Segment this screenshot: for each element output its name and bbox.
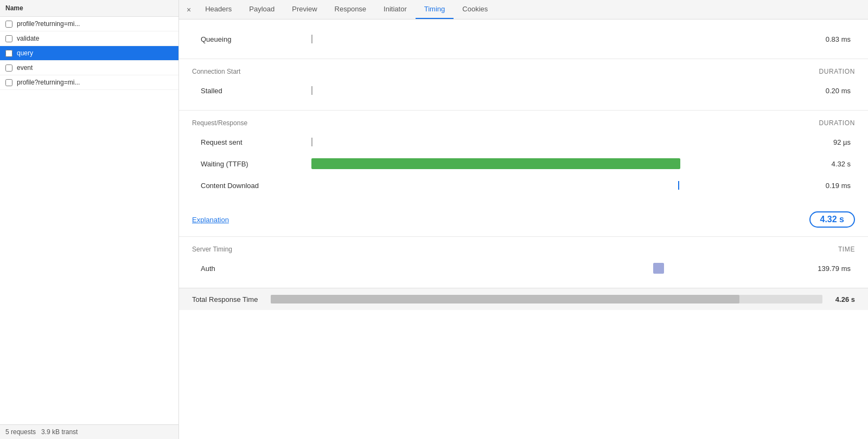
item-3-name: query (17, 49, 33, 57)
item-3-checkbox[interactable] (5, 50, 12, 57)
request-sent-bar (311, 134, 790, 150)
network-item-3[interactable]: query (0, 46, 178, 61)
server-timing-section: Server Timing TIME Auth 139.79 ms (179, 236, 868, 288)
queueing-section: Queueing 0.83 ms (179, 20, 868, 59)
panel-header: Name (0, 0, 178, 17)
stalled-tick (311, 86, 312, 95)
request-sent-tick (311, 138, 312, 146)
item-5-name: profile?returning=mi... (17, 79, 80, 86)
explanation-row: Explanation 4.32 s (179, 205, 868, 236)
queueing-bar (311, 31, 790, 47)
network-item-4[interactable]: event (0, 61, 178, 75)
transfer-size: 3.9 kB transt (41, 428, 78, 436)
auth-label: Auth (192, 264, 311, 273)
item-1-name: profile?returning=mi... (17, 20, 80, 28)
server-timing-header: Server Timing TIME (192, 246, 855, 253)
auth-bar (311, 261, 790, 276)
stalled-value: 0.20 ms (790, 87, 855, 95)
right-panel: × Headers Payload Preview Response Initi… (179, 0, 868, 439)
content-download-tick (678, 181, 679, 190)
connection-start-label: Connection Start (192, 68, 240, 75)
timing-content: Queueing 0.83 ms Connection Start DURATI… (179, 20, 868, 439)
stalled-row: Stalled 0.20 ms (192, 80, 855, 101)
total-response-value: 4.26 s (835, 295, 855, 304)
ttfb-row: Waiting (TTFB) 4.32 s (192, 153, 855, 175)
request-response-section: Request/Response DURATION Request sent 9… (179, 110, 868, 205)
network-item-5[interactable]: profile?returning=mi... (0, 75, 178, 90)
request-sent-label: Request sent (192, 138, 311, 146)
request-sent-row: Request sent 92 µs (192, 131, 855, 153)
ttfb-value: 4.32 s (790, 160, 855, 168)
network-item-1[interactable]: profile?returning=mi... (0, 17, 178, 31)
content-download-row: Content Download 0.19 ms (192, 175, 855, 196)
tab-cookies[interactable]: Cookies (454, 0, 496, 19)
tab-payload[interactable]: Payload (240, 0, 283, 19)
tab-headers[interactable]: Headers (196, 0, 240, 19)
queueing-tick (311, 35, 312, 43)
queueing-row: Queueing 0.83 ms (192, 28, 855, 50)
tabs-bar: × Headers Payload Preview Response Initi… (179, 0, 868, 20)
queueing-label: Queueing (192, 35, 311, 43)
tab-response[interactable]: Response (326, 0, 375, 19)
item-4-checkbox[interactable] (5, 64, 12, 72)
item-5-checkbox[interactable] (5, 79, 12, 86)
connection-start-section: Connection Start DURATION Stalled 0.20 m… (179, 59, 868, 110)
queueing-value: 0.83 ms (790, 35, 855, 43)
tab-initiator[interactable]: Initiator (375, 0, 416, 19)
connection-start-header: Connection Start DURATION (192, 68, 855, 75)
tab-close-button[interactable]: × (181, 1, 196, 18)
item-1-checkbox[interactable] (5, 21, 12, 28)
server-timing-time-label: TIME (838, 246, 855, 253)
total-response-section: Total Response Time 4.26 s (179, 288, 868, 310)
stalled-label: Stalled (192, 87, 311, 95)
total-badge: 4.32 s (809, 211, 855, 228)
content-download-label: Content Download (192, 182, 311, 190)
network-item-2[interactable]: validate (0, 31, 178, 46)
server-timing-label: Server Timing (192, 246, 232, 253)
left-panel: Name profile?returning=mi... validate qu… (0, 0, 179, 439)
ttfb-bar-fill (311, 158, 680, 169)
auth-row: Auth 139.79 ms (192, 257, 855, 279)
ttfb-label: Waiting (TTFB) (192, 160, 311, 168)
tab-timing[interactable]: Timing (416, 0, 454, 19)
item-2-name: validate (17, 35, 39, 42)
left-panel-footer: 5 requests 3.9 kB transt (0, 424, 178, 439)
tab-preview[interactable]: Preview (283, 0, 326, 19)
request-sent-value: 92 µs (790, 138, 855, 146)
network-list: profile?returning=mi... validate query e… (0, 17, 178, 424)
auth-bar-fill (653, 263, 664, 274)
stalled-bar (311, 83, 790, 98)
item-2-checkbox[interactable] (5, 35, 12, 42)
content-download-bar (311, 178, 790, 193)
item-4-name: event (17, 64, 33, 72)
main-layout: Name profile?returning=mi... validate qu… (0, 0, 868, 439)
ttfb-bar (311, 156, 790, 171)
content-download-value: 0.19 ms (790, 182, 855, 190)
auth-value: 139.79 ms (790, 264, 855, 273)
request-response-duration: DURATION (819, 119, 855, 127)
request-response-label: Request/Response (192, 119, 247, 127)
total-response-bar (271, 295, 822, 304)
connection-start-duration: DURATION (819, 68, 855, 75)
total-response-label: Total Response Time (192, 295, 258, 304)
request-response-header: Request/Response DURATION (192, 119, 855, 127)
requests-count: 5 requests (5, 428, 36, 436)
explanation-link[interactable]: Explanation (192, 216, 229, 224)
